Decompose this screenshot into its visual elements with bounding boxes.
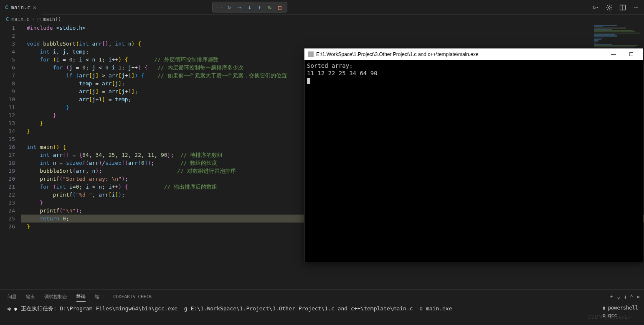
terminal-dropdown-icon[interactable]: ⌄ xyxy=(617,294,621,300)
close-panel-icon[interactable]: × xyxy=(636,294,640,300)
panel-tab[interactable]: 问题 xyxy=(8,292,17,302)
split-terminal-icon[interactable]: ⫞ xyxy=(624,294,626,300)
app-icon xyxy=(308,51,314,57)
tab-label: main.c xyxy=(11,4,30,10)
maximize-button[interactable]: ☐ xyxy=(623,50,639,59)
c-file-icon: C xyxy=(6,16,9,22)
stop-icon[interactable]: □ xyxy=(275,3,284,12)
breadcrumb[interactable]: C main.c › ⬚ main() xyxy=(0,15,644,24)
continue-icon[interactable]: ▷ xyxy=(225,3,234,12)
run-dropdown-icon[interactable]: ▷▾ xyxy=(591,3,601,12)
panel-tab[interactable]: CODEARTS CHECK xyxy=(113,292,152,301)
drag-handle-icon[interactable]: ⋮⋮ xyxy=(215,5,223,10)
editor-actions: ▷▾ ⋯ xyxy=(591,0,641,15)
console-title-text: E:\1.WorkSpace\1.Project\3.Other Project… xyxy=(316,51,479,57)
svg-point-0 xyxy=(609,7,610,8)
tab-main-c[interactable]: C main.c × xyxy=(0,0,41,15)
new-terminal-icon[interactable]: ＋ xyxy=(609,293,614,300)
settings-icon[interactable] xyxy=(605,3,614,12)
more-icon[interactable]: ⋯ xyxy=(631,3,641,12)
console-titlebar[interactable]: E:\1.WorkSpace\1.Project\3.Other Project… xyxy=(304,49,643,60)
panel-tab[interactable]: 终端 xyxy=(76,292,86,302)
panel-actions: ＋ ⌄ ⫞ ⌃ × xyxy=(609,290,640,303)
minimize-button[interactable]: — xyxy=(605,50,622,59)
c-file-icon: C xyxy=(5,4,8,10)
tab-bar: C main.c × ⋮⋮ ▷ ↷ ↓ ↑ ↻ □ ▷▾ ⋯ xyxy=(0,0,644,15)
terminal-item[interactable]: ▮powershell xyxy=(601,304,640,312)
bottom-panel: 问题输出调试控制台终端端口CODEARTS CHECK ＋ ⌄ ⫞ ⌃ × ✻ … xyxy=(0,289,644,325)
spinner-icon: ✻ xyxy=(8,306,11,312)
task-indicator-icon: ✱ xyxy=(14,306,18,312)
chevron-right-icon: › xyxy=(32,16,35,22)
breadcrumb-file[interactable]: main.c xyxy=(11,16,29,22)
step-into-icon[interactable]: ↓ xyxy=(245,3,254,12)
maximize-panel-icon[interactable]: ⌃ xyxy=(630,294,633,300)
symbol-icon: ⬚ xyxy=(38,16,41,22)
gutter[interactable]: 1234567891011121314151617181920212223242… xyxy=(0,24,21,289)
panel-tab[interactable]: 端口 xyxy=(95,292,104,302)
console-output: Sorted array: 11 12 22 25 34 64 90 xyxy=(304,60,643,86)
close-icon[interactable]: × xyxy=(33,4,36,11)
terminal-output[interactable]: ✻ ✱ 正在执行任务: D:\Program Files\mingw64\bin… xyxy=(0,303,644,314)
step-over-icon[interactable]: ↷ xyxy=(235,3,244,12)
step-out-icon[interactable]: ↑ xyxy=(255,3,264,12)
console-window[interactable]: E:\1.WorkSpace\1.Project\3.Other Project… xyxy=(304,48,643,262)
cursor xyxy=(307,78,310,84)
breadcrumb-symbol[interactable]: main() xyxy=(43,16,61,22)
restart-icon[interactable]: ↻ xyxy=(265,3,274,12)
watermark: CSDN @Cyber.L✓ xyxy=(587,314,632,320)
split-editor-icon[interactable] xyxy=(618,3,627,12)
panel-tabs: 问题输出调试控制台终端端口CODEARTS CHECK xyxy=(0,290,644,303)
panel-tab[interactable]: 输出 xyxy=(26,292,35,302)
debug-toolbar[interactable]: ⋮⋮ ▷ ↷ ↓ ↑ ↻ □ xyxy=(212,2,287,13)
panel-tab[interactable]: 调试控制台 xyxy=(44,292,67,302)
